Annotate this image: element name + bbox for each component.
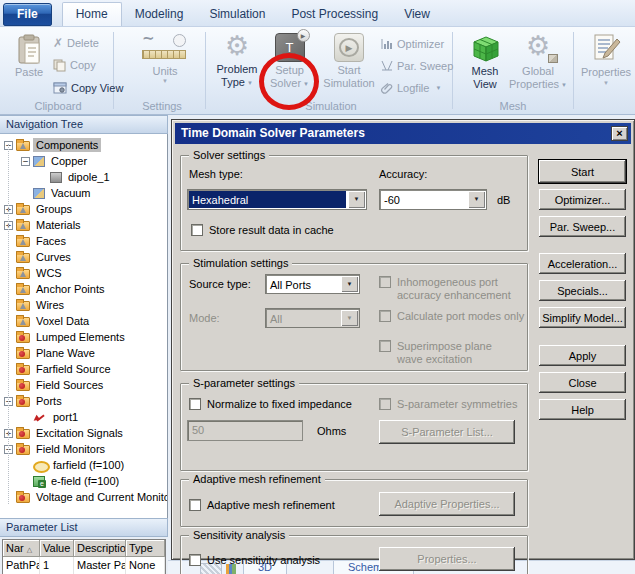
tree-item-copper[interactable]: −Copper	[0, 153, 167, 169]
folder-icon	[16, 221, 30, 231]
dialog-button-optimizer[interactable]: Optimizer...	[539, 189, 626, 210]
table-cell: PathPa	[3, 557, 40, 574]
copy-view-button[interactable]: Copy View	[53, 79, 123, 97]
port-modes-checkbox: Calculate port modes only	[379, 310, 527, 323]
tree-item-field-monitors[interactable]: −Field Monitors	[0, 441, 167, 457]
s-parameter-settings-group: S-parameter settings Normalize to fixed …	[180, 383, 528, 471]
time-domain-solver-dialog: Time Domain Solver Parameters × Solver s…	[171, 119, 635, 560]
tab-file[interactable]: File	[3, 3, 52, 26]
simulation-group-label: Simulation	[212, 100, 450, 112]
tree-item-components[interactable]: −Components	[0, 137, 167, 153]
dialog-button-simplify-model[interactable]: Simplify Model...	[539, 307, 626, 328]
dialog-button-start[interactable]: Start	[539, 160, 626, 183]
par-sweep-button[interactable]: Par. Sweep	[381, 57, 453, 75]
tree-item-voltage-and-current-monito[interactable]: Voltage and Current Monito	[0, 489, 167, 505]
properties-button[interactable]: Properties ▼	[580, 31, 632, 87]
chevron-down-icon[interactable]: ▼	[341, 276, 358, 292]
units-icon: ∼	[134, 31, 196, 65]
tab-simulation[interactable]: Simulation	[196, 4, 278, 26]
dialog-button-apply[interactable]: Apply	[539, 345, 626, 366]
tree-item-dipole-1[interactable]: dipole_1	[0, 169, 167, 185]
tree-item-materials[interactable]: +Materials	[0, 217, 167, 233]
tree-item-anchor-points[interactable]: Anchor Points	[0, 281, 167, 297]
adaptive-mesh-checkbox[interactable]: Adaptive mesh refinement	[189, 499, 335, 512]
tree-item-wcs[interactable]: WCS	[0, 265, 167, 281]
setup-solver-button[interactable]: T ▶ Setup Solver▼	[262, 31, 317, 91]
column-header-description[interactable]: Description	[74, 540, 126, 557]
store-cache-checkbox[interactable]: Store result data in cache	[191, 224, 334, 237]
close-icon[interactable]: ×	[611, 126, 628, 141]
tree-item-label: Copper	[48, 154, 90, 168]
source-type-select[interactable]: All Ports ▼	[265, 274, 360, 294]
dialog-button-acceleration[interactable]: Acceleration...	[539, 253, 626, 274]
tree-item-e-field-f-100[interactable]: e-field (f=100)	[0, 473, 167, 489]
minus-expander-icon[interactable]: −	[21, 157, 30, 166]
tree-item-groups[interactable]: +Groups	[0, 201, 167, 217]
mesh-type-select[interactable]: Hexahedral ▼	[187, 189, 367, 210]
component-icon	[33, 188, 45, 199]
sensitivity-checkbox[interactable]: Use sensitivity analysis	[189, 554, 320, 567]
tree-item-farfield-f-100[interactable]: farfield (f=100)	[0, 457, 167, 473]
table-cell: 1	[40, 557, 74, 574]
tree-item-voxel-data[interactable]: Voxel Data	[0, 313, 167, 329]
dialog-title-bar[interactable]: Time Domain Solver Parameters ×	[175, 123, 631, 144]
tree-item-label: Field Sources	[33, 378, 106, 392]
column-header-type[interactable]: Type	[126, 540, 165, 557]
delete-button[interactable]: ✗ Delete	[53, 34, 99, 52]
optimizer-button[interactable]: Optimizer	[381, 35, 444, 53]
dialog-button-specials[interactable]: Specials...	[539, 280, 626, 301]
tree-item-wires[interactable]: Wires	[0, 297, 167, 313]
column-header-value[interactable]: Value	[40, 540, 74, 557]
navigation-tree: −Components−Copperdipole_1Vacuum+Groups+…	[0, 134, 168, 518]
normalize-impedance-checkbox[interactable]: Normalize to fixed impedance	[189, 398, 352, 411]
accuracy-select[interactable]: -60 ▼	[379, 189, 487, 210]
global-properties-button[interactable]: ⚙ Global Properties▼	[506, 31, 570, 92]
inhomogeneous-port-label: Inhomogeneous port accuracy enhancement	[397, 276, 521, 302]
mesh-view-button[interactable]: Mesh View	[462, 31, 508, 91]
tree-item-ports[interactable]: −Ports	[0, 393, 167, 409]
tree-item-vacuum[interactable]: Vacuum	[0, 185, 167, 201]
tree-item-excitation-signals[interactable]: +Excitation Signals	[0, 425, 167, 441]
tree-item-curves[interactable]: Curves	[0, 249, 167, 265]
paste-button[interactable]: Paste	[8, 32, 50, 78]
problem-type-button[interactable]: ⚙ Problem Type▼	[211, 31, 263, 90]
mode-select: All ▼	[265, 308, 360, 328]
tree-item-faces[interactable]: Faces	[0, 233, 167, 249]
chevron-down-icon[interactable]: ▼	[468, 191, 485, 208]
copy-icon	[53, 59, 66, 72]
impedance-input: 50	[187, 420, 303, 441]
tab-post-processing[interactable]: Post Processing	[278, 4, 391, 26]
superimpose-checkbox: Superimpose plane wave excitation	[379, 340, 501, 366]
application-window: FileHomeModelingSimulationPost Processin…	[0, 0, 635, 574]
start-simulation-button[interactable]: ▶ Start Simulation	[318, 31, 380, 90]
start-simulation-label: Start Simulation	[318, 64, 380, 90]
setup-solver-icon: T ▶	[275, 33, 305, 62]
table-row[interactable]: PathPa1Master PararNone	[3, 557, 165, 574]
units-button[interactable]: ∼ Units ▼	[134, 31, 196, 85]
tree-item-lumped-elements[interactable]: Lumped Elements	[0, 329, 167, 345]
copy-button[interactable]: Copy	[53, 56, 96, 74]
tree-item-plane-wave[interactable]: Plane Wave	[0, 345, 167, 361]
copy-view-label: Copy View	[71, 82, 123, 94]
tab-modeling[interactable]: Modeling	[122, 4, 197, 26]
checkbox-icon	[379, 340, 391, 352]
adaptive-mesh-legend: Adaptive mesh refinement	[189, 473, 325, 485]
tree-item-label: port1	[50, 410, 81, 424]
solid-icon	[50, 172, 62, 183]
dialog-button-close[interactable]: Close	[539, 372, 626, 393]
adaptive-mesh-label: Adaptive mesh refinement	[207, 499, 335, 512]
tab-view[interactable]: View	[391, 4, 443, 26]
dialog-button-par-sweep[interactable]: Par. Sweep...	[539, 216, 626, 237]
tree-item-port1[interactable]: port1	[0, 409, 167, 425]
dialog-button-help[interactable]: Help	[539, 399, 626, 420]
logfile-button[interactable]: Logfile ▼	[381, 79, 441, 97]
tab-home[interactable]: Home	[62, 2, 122, 26]
efield-icon	[33, 476, 45, 487]
folder-icon	[16, 237, 30, 247]
tree-item-label: Anchor Points	[33, 282, 107, 296]
chevron-down-icon[interactable]: ▼	[348, 191, 365, 208]
tree-item-field-sources[interactable]: Field Sources	[0, 377, 167, 393]
tree-item-farfield-source[interactable]: Farfield Source	[0, 361, 167, 377]
tree-item-label: Faces	[33, 234, 69, 248]
column-header-nar[interactable]: Nar△	[3, 540, 40, 557]
